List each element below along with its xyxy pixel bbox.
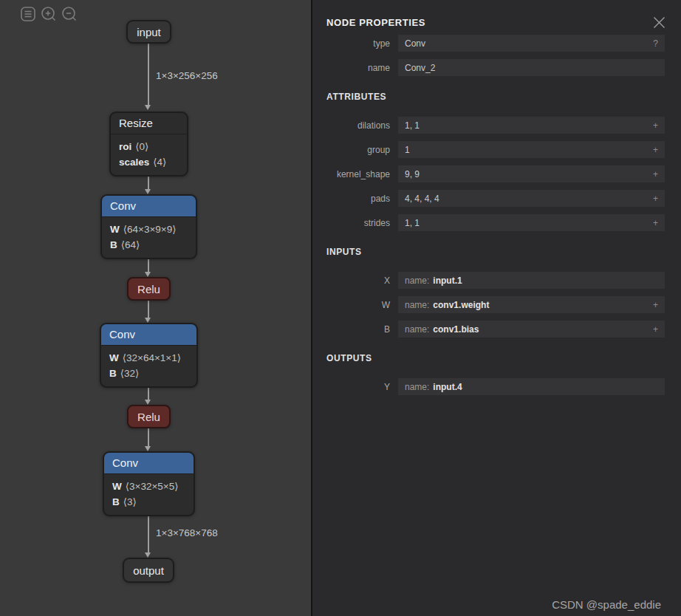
node-param: B⟨3⟩ — [112, 494, 185, 510]
attribute-input[interactable]: 1, 1 + — [398, 214, 665, 231]
type-help-icon[interactable]: ? — [647, 38, 658, 49]
attribute-label: kernel_shape — [312, 169, 398, 179]
type-value: Conv — [405, 38, 425, 49]
input-value-box[interactable]: name: conv1.bias + — [398, 321, 665, 338]
type-input[interactable]: Conv ? — [398, 35, 665, 52]
attribute-row-strides: strides 1, 1 + — [312, 214, 665, 231]
graph-node-relu1[interactable]: Relu — [127, 277, 171, 301]
name-row: name Conv_2 — [312, 59, 665, 76]
attribute-value: 9, 9 — [405, 169, 420, 179]
input-label: B — [312, 324, 398, 335]
node-label: Relu — [137, 283, 160, 295]
graph-node-output[interactable]: output — [123, 558, 174, 583]
node-title: Resize — [111, 113, 187, 134]
attribute-input[interactable]: 1 + — [398, 141, 665, 158]
menu-icon[interactable] — [19, 5, 36, 22]
input-row-b: B name: conv1.bias + — [312, 321, 665, 338]
attribute-row-group: group 1 + — [312, 141, 665, 158]
edge-relu1-conv2 — [148, 301, 149, 318]
name-input[interactable]: Conv_2 — [398, 59, 665, 76]
zoom-out-icon[interactable] — [61, 5, 78, 22]
arrowhead — [145, 446, 151, 451]
input-name-value: input.1 — [433, 276, 462, 286]
node-param: W⟨3×32×5×5⟩ — [112, 479, 185, 494]
attribute-value: 4, 4, 4, 4 — [405, 194, 439, 204]
node-properties-panel: NODE PROPERTIES type Conv ? name Conv_2 … — [312, 0, 681, 616]
node-label: input — [137, 26, 161, 38]
node-label: output — [133, 564, 164, 577]
graph-canvas[interactable]: 1×3×256×256 1×3×768×768 input Resize roi… — [0, 0, 311, 616]
graph-node-conv2[interactable]: Conv W⟨32×64×1×1⟩ B⟨32⟩ — [100, 323, 198, 388]
graph-node-conv3[interactable]: Conv W⟨3×32×5×5⟩ B⟨3⟩ — [103, 451, 195, 516]
input-label: W — [312, 300, 398, 310]
node-param: scales⟨4⟩ — [119, 154, 179, 170]
arrowhead — [145, 400, 151, 405]
attribute-label: group — [312, 145, 398, 155]
graph-node-input[interactable]: input — [126, 20, 171, 44]
attribute-row-pads: pads 4, 4, 4, 4 + — [312, 190, 665, 207]
input-value-box[interactable]: name: input.1 — [398, 272, 665, 289]
model-viewer-app: 1×3×256×256 1×3×768×768 input Resize roi… — [0, 0, 681, 616]
input-name-value: conv1.weight — [433, 300, 489, 310]
attribute-value: 1, 1 — [405, 218, 420, 228]
attribute-value: 1, 1 — [405, 120, 420, 131]
input-value-box[interactable]: name: conv1.weight + — [398, 296, 665, 313]
zoom-in-icon[interactable] — [40, 5, 57, 22]
outputs-section-title: OUTPUTS — [326, 353, 681, 363]
name-label: name — [312, 63, 398, 73]
attribute-input[interactable]: 1, 1 + — [398, 117, 665, 134]
output-value-box[interactable]: name: input.4 — [398, 378, 665, 395]
attribute-label: pads — [312, 194, 398, 204]
expand-plus-icon[interactable]: + — [647, 169, 658, 179]
arrowhead — [145, 552, 151, 558]
output-row-y: Y name: input.4 — [312, 378, 665, 395]
name-value: Conv_2 — [405, 63, 435, 73]
expand-plus-icon[interactable]: + — [647, 194, 658, 204]
arrowhead — [145, 189, 151, 194]
expand-plus-icon[interactable]: + — [647, 120, 658, 131]
attribute-label: strides — [312, 218, 398, 228]
graph-node-conv1[interactable]: Conv W⟨64×3×9×9⟩ B⟨64⟩ — [100, 194, 197, 259]
inputs-section-title: INPUTS — [326, 247, 681, 257]
attribute-row-kernel-shape: kernel_shape 9, 9 + — [312, 165, 665, 182]
output-label: Y — [312, 382, 398, 392]
expand-plus-icon[interactable]: + — [647, 145, 658, 155]
input-label: X — [312, 276, 398, 286]
node-param: B⟨32⟩ — [109, 366, 188, 381]
edge-label-output-shape: 1×3×768×768 — [156, 527, 218, 538]
expand-plus-icon[interactable]: + — [647, 218, 658, 228]
expand-plus-icon[interactable]: + — [647, 324, 658, 335]
name-prefix: name: — [405, 382, 429, 392]
edge-conv3-output — [148, 511, 149, 552]
expand-plus-icon[interactable]: + — [647, 300, 658, 310]
type-label: type — [312, 38, 398, 49]
arrowhead — [145, 105, 151, 110]
attribute-label: dilations — [312, 120, 398, 131]
node-title: Conv — [104, 453, 194, 474]
node-param: B⟨64⟩ — [110, 237, 188, 253]
edge-input-resize — [148, 44, 149, 105]
node-title: Conv — [102, 196, 196, 217]
attribute-input[interactable]: 4, 4, 4, 4 + — [398, 190, 665, 207]
node-label: Relu — [137, 411, 160, 423]
output-name-value: input.4 — [433, 382, 462, 392]
edge-label-input-shape: 1×3×256×256 — [156, 70, 218, 81]
close-icon[interactable] — [651, 14, 668, 31]
name-prefix: name: — [405, 276, 429, 286]
edge-relu2-conv3 — [148, 428, 149, 446]
attributes-section-title: ATTRIBUTES — [326, 92, 681, 102]
node-param: W⟨64×3×9×9⟩ — [110, 222, 188, 237]
node-title: Conv — [101, 324, 196, 346]
graph-node-relu2[interactable]: Relu — [127, 405, 171, 428]
node-param: roi⟨0⟩ — [119, 139, 179, 154]
attribute-row-dilations: dilations 1, 1 + — [312, 117, 665, 134]
graph-node-resize[interactable]: Resize roi⟨0⟩ scales⟨4⟩ — [109, 112, 188, 177]
type-row: type Conv ? — [312, 35, 665, 52]
attribute-value: 1 — [405, 145, 410, 155]
input-name-value: conv1.bias — [433, 324, 479, 335]
attribute-input[interactable]: 9, 9 + — [398, 165, 665, 182]
node-param: W⟨32×64×1×1⟩ — [109, 350, 188, 366]
name-prefix: name: — [405, 324, 429, 335]
panel-header: NODE PROPERTIES — [312, 0, 681, 35]
arrowhead — [145, 272, 151, 277]
